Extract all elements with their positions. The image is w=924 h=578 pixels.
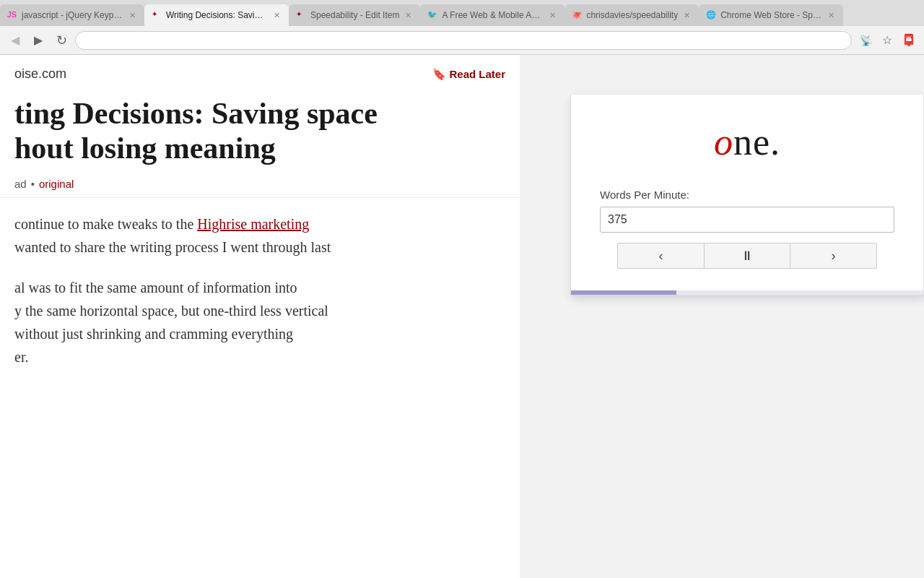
word-highlight: one. [714, 121, 780, 163]
read-later-label: Read Later [449, 68, 505, 80]
speed-reader-popup: one. Words Per Minute: ‹ ⏸ › [570, 95, 924, 296]
wpm-label: Words Per Minute: [600, 189, 894, 201]
tab-speedability-edit[interactable]: ✦ Speedability - Edit Item ✕ [289, 4, 420, 26]
word-main: ne. [733, 121, 780, 163]
reload-button[interactable]: ↻ [52, 31, 71, 50]
address-bar[interactable] [75, 31, 852, 50]
meta-read: ad [14, 178, 27, 190]
tab-favicon-writing: ✦ [152, 10, 162, 20]
meta-separator: • [31, 178, 35, 190]
meta-original-link[interactable]: original [39, 178, 74, 190]
word-prefix: o [714, 121, 733, 163]
highrise-link[interactable]: Highrise marketing [197, 216, 309, 232]
toolbar-right: 📡 ☆ 📮 [856, 31, 918, 50]
tab-close-writing[interactable]: ✕ [272, 11, 282, 20]
tab-close-free-web[interactable]: ✕ [548, 11, 557, 20]
tab-label-chrome-store: Chrome Web Store - Spee... [720, 10, 822, 20]
toolbar: ◀ ▶ ↻ 📡 ☆ 📮 [0, 26, 924, 55]
progress-fill [571, 290, 676, 295]
tab-favicon-free-web: 🐦 [427, 10, 437, 20]
tab-chrome-store[interactable]: 🌐 Chrome Web Store - Spee... ✕ [699, 4, 843, 26]
bookmark-filled-icon: 🔖 [432, 68, 446, 81]
speed-reader-controls: Words Per Minute: ‹ ⏸ › [571, 181, 923, 283]
article-title-line1: ting Decisions: Saving space [14, 96, 520, 131]
article-title: ting Decisions: Saving space hout losing… [0, 89, 520, 173]
progress-bar [571, 290, 923, 295]
body-text-1: continue to make tweaks to the [14, 216, 197, 232]
body-paragraph-2: al was to fit the same amount of informa… [14, 276, 505, 368]
tab-writing-decisions[interactable]: ✦ Writing Decisions: Saving ... ✕ [144, 4, 289, 26]
tab-label-free-web: A Free Web & Mobile App... [442, 10, 544, 20]
site-name: oise.com [14, 66, 66, 82]
article-background: oise.com 🔖 Read Later ting Decisions: Sa… [0, 55, 520, 578]
browser-frame: JS javascript - jQuery Keypre... ✕ ✦ Wri… [0, 0, 924, 578]
article-title-line2: hout losing meaning [14, 131, 520, 165]
bookmark-icon[interactable]: ☆ [878, 31, 897, 50]
pause-button[interactable]: ⏸ [704, 243, 790, 269]
read-later-button[interactable]: 🔖 Read Later [432, 68, 505, 81]
playback-controls: ‹ ⏸ › [600, 243, 894, 269]
tab-label-js: javascript - jQuery Keypre... [22, 10, 123, 20]
article-header-bar: oise.com 🔖 Read Later [0, 55, 520, 89]
tab-favicon-speedability: ✦ [296, 10, 306, 20]
tab-bar: JS javascript - jQuery Keypre... ✕ ✦ Wri… [0, 0, 924, 26]
tab-favicon-github: 🐙 [572, 10, 582, 20]
cast-icon[interactable]: 📡 [856, 31, 875, 50]
tab-close-js[interactable]: ✕ [128, 11, 137, 20]
body-text-2: wanted to share the writing process I we… [14, 239, 331, 255]
tab-favicon-chrome: 🌐 [706, 10, 716, 20]
tab-github[interactable]: 🐙 chrisdavies/speedability ✕ [565, 4, 699, 26]
tab-javascript[interactable]: JS javascript - jQuery Keypre... ✕ [0, 4, 144, 26]
speed-reader-word-display: one. [571, 95, 923, 181]
tab-label-speedability: Speedability - Edit Item [310, 10, 399, 20]
tab-favicon-js: JS [7, 10, 17, 20]
page-content: oise.com 🔖 Read Later ting Decisions: Sa… [0, 55, 924, 578]
tab-label-github: chrisdavies/speedability [586, 10, 678, 20]
article-body: continue to make tweaks to the Highrise … [0, 198, 520, 368]
next-button[interactable]: › [790, 243, 877, 269]
extension-icon[interactable]: 📮 [899, 31, 918, 50]
forward-button[interactable]: ▶ [29, 31, 48, 50]
back-button[interactable]: ◀ [6, 31, 25, 50]
prev-button[interactable]: ‹ [617, 243, 704, 269]
wpm-input[interactable] [600, 207, 894, 233]
tab-close-github[interactable]: ✕ [682, 11, 692, 20]
tab-close-speedability[interactable]: ✕ [404, 11, 413, 20]
body-paragraph-1: continue to make tweaks to the Highrise … [14, 212, 505, 259]
tab-close-chrome-store[interactable]: ✕ [827, 11, 836, 20]
tab-free-web[interactable]: 🐦 A Free Web & Mobile App... ✕ [420, 4, 565, 26]
tab-label-writing: Writing Decisions: Saving ... [166, 10, 268, 20]
article-meta: ad • original [0, 173, 520, 198]
